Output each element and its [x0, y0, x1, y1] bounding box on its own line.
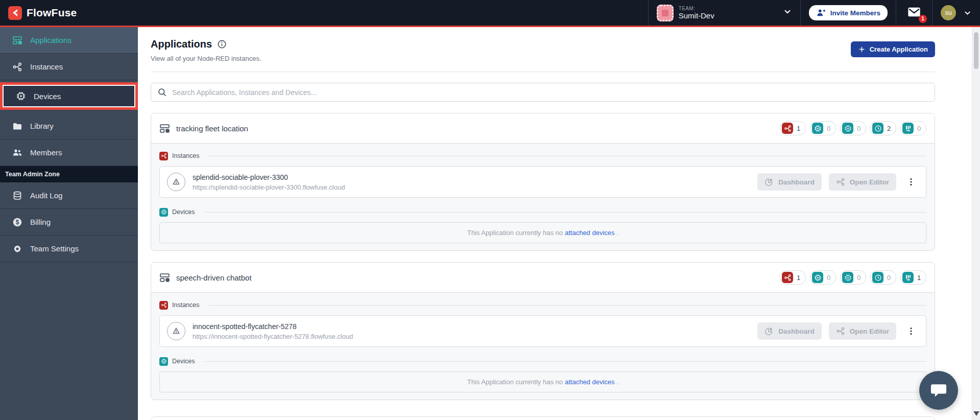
pipelines-count-badge: 0 [900, 121, 926, 135]
node-red-icon [782, 123, 793, 134]
node-red-icon [159, 152, 168, 160]
notifications-button[interactable]: 1 [904, 7, 924, 19]
sidebar-item-billing[interactable]: Billing [0, 209, 138, 236]
instance-row[interactable]: splendid-sociable-plover-3300 https://sp… [159, 166, 926, 198]
dashboard-button[interactable]: Dashboard [757, 173, 822, 191]
flowfuse-logo-icon [8, 6, 22, 20]
scrollbar-down-arrow[interactable] [973, 411, 979, 416]
plus-icon [858, 45, 866, 53]
invite-members-button[interactable]: Invite Members [809, 5, 888, 20]
sidebar-item-members[interactable]: Members [0, 139, 138, 166]
snapshots-count-badge: 0 [870, 270, 896, 285]
chevron-down-icon [783, 7, 792, 18]
user-menu[interactable]: su [932, 0, 980, 26]
section-divider [209, 156, 926, 156]
person-add-icon [816, 8, 826, 17]
empty-devices-text: This Application currently has no [467, 229, 563, 237]
section-divider [209, 305, 926, 306]
devices-annotation-box: Devices [0, 82, 138, 110]
instances-icon [12, 62, 22, 72]
create-application-button[interactable]: Create Application [851, 41, 935, 57]
instance-url[interactable]: https://splendid-sociable-plover-3300.fl… [193, 183, 345, 191]
page-title: Applications [151, 38, 212, 50]
attached-devices-link[interactable]: attached devices [565, 229, 615, 237]
sidebar-item-team-settings[interactable]: Team Settings [0, 236, 138, 262]
flowfuse-logo[interactable]: FlowFuse [0, 6, 77, 20]
team-selector[interactable]: TEAM: Sumit-Dev [648, 0, 800, 26]
chat-widget-button[interactable] [919, 371, 958, 410]
open-editor-button[interactable]: Open Editor [829, 322, 896, 340]
application-icon [159, 123, 170, 134]
instance-status-icon [167, 322, 185, 340]
badge-count: 0 [887, 274, 891, 282]
sidebar-item-label: Devices [34, 92, 61, 101]
instance-row[interactable]: innocent-spotted-flycatcher-5278 https:/… [159, 315, 926, 347]
empty-devices-text: This Application currently has no [467, 378, 563, 386]
application-name[interactable]: speech-driven chatbot [176, 273, 252, 282]
sidebar-item-label: Team Settings [30, 244, 79, 253]
search-input[interactable] [172, 88, 928, 97]
main-content: Applications View all of your Node-RED i… [138, 27, 980, 420]
application-name[interactable]: tracking fleet location [176, 124, 248, 133]
attached-devices-link[interactable]: attached devices [565, 378, 615, 386]
empty-devices-message: This Application currently has no attach… [159, 371, 926, 392]
node-red-icon [159, 301, 168, 310]
application-card-tracking-fleet-location: tracking fleet location 1 0 0 2 0 Instan… [151, 113, 935, 251]
open-editor-button[interactable]: Open Editor [829, 173, 896, 191]
open-editor-label: Open Editor [850, 178, 889, 186]
instance-status-icon [167, 173, 185, 191]
clock-icon [872, 272, 883, 283]
instances-section-label: Instances [172, 152, 200, 159]
invite-members-label: Invite Members [830, 9, 880, 17]
sidebar-item-label: Applications [30, 36, 71, 44]
sidebar-item-applications[interactable]: Applications [0, 27, 138, 54]
sidebar-item-library[interactable]: Library [0, 113, 138, 139]
kebab-menu-icon[interactable] [903, 175, 919, 189]
node-red-icon [836, 326, 845, 336]
instances-section-label: Instances [172, 301, 200, 309]
scrollbar-thumb[interactable] [974, 32, 978, 69]
device-icon [159, 357, 168, 366]
open-editor-label: Open Editor [850, 328, 889, 335]
empty-devices-period: . [617, 229, 619, 237]
kebab-menu-icon[interactable] [903, 324, 919, 338]
audit-log-icon [12, 191, 22, 201]
device-dashed-icon [842, 123, 853, 134]
search-bar [151, 83, 935, 102]
flowfuse-logo-text: FlowFuse [27, 7, 77, 19]
team-avatar [657, 5, 674, 21]
application-icon [159, 272, 170, 283]
team-label: TEAM: [679, 6, 714, 12]
info-icon[interactable] [217, 39, 227, 49]
section-divider [204, 212, 926, 213]
members-icon [12, 148, 22, 158]
badge-count: 0 [857, 274, 861, 282]
snapshots-count-badge: 2 [870, 121, 896, 135]
sidebar-item-label: Library [30, 122, 54, 130]
instance-name[interactable]: innocent-spotted-flycatcher-5278 [193, 322, 353, 331]
dashboard-button[interactable]: Dashboard [757, 322, 822, 340]
pie-chart-icon [764, 177, 774, 186]
device-icon [812, 123, 823, 134]
sidebar-item-instances[interactable]: Instances [0, 54, 138, 80]
badge-count: 0 [917, 125, 921, 132]
notifications-section: 1 [896, 0, 932, 26]
application-card-speech-driven-chatbot: speech-driven chatbot 1 0 0 0 1 Instance… [151, 262, 935, 400]
notification-count-badge: 1 [919, 15, 927, 23]
application-badges: 1 0 0 2 0 [780, 121, 926, 135]
empty-devices-message: This Application currently has no attach… [159, 222, 926, 243]
search-icon [157, 87, 167, 97]
vertical-scrollbar[interactable] [972, 27, 980, 420]
device-icon [812, 272, 823, 283]
top-navbar: FlowFuse TEAM: Sumit-Dev Invite Members … [0, 0, 980, 26]
library-icon [12, 121, 22, 131]
sidebar-item-label: Billing [30, 218, 51, 226]
pipeline-icon [902, 123, 914, 134]
sidebar-item-label: Members [30, 148, 62, 157]
sidebar-item-audit-log[interactable]: Audit Log [0, 182, 138, 209]
instance-url[interactable]: https://innocent-spotted-flycatcher-5278… [193, 333, 353, 340]
instance-name[interactable]: splendid-sociable-plover-3300 [193, 173, 345, 181]
page-subtitle: View all of your Node-RED instances. [151, 55, 261, 62]
devices-count-badge: 0 [810, 270, 836, 285]
sidebar-item-devices[interactable]: Devices [4, 86, 134, 106]
